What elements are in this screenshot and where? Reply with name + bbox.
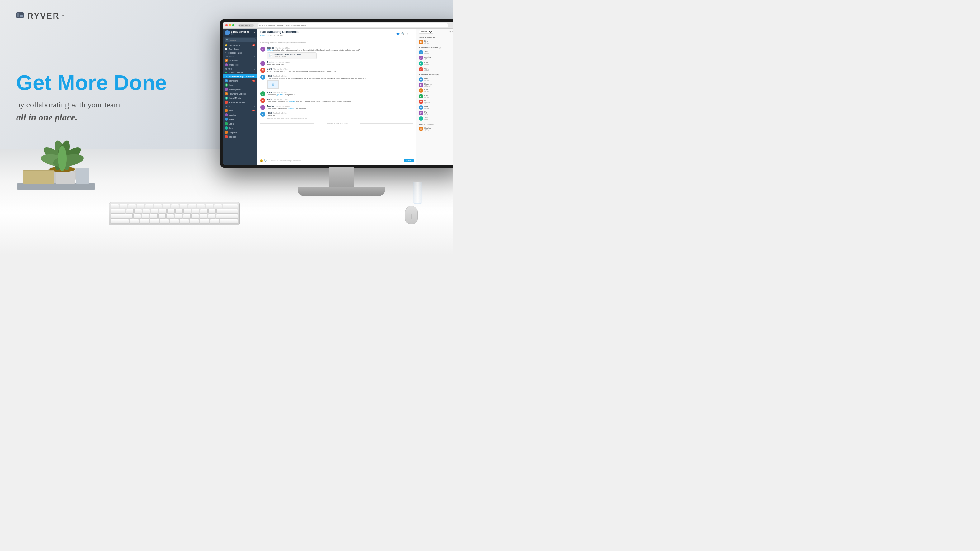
emoji-icon[interactable]: 😊 — [260, 159, 263, 162]
key — [128, 204, 136, 208]
sidebar-item-fallmarketing[interactable]: F Fall Marketing Conference — [223, 74, 257, 78]
roster-member-ken-m[interactable]: K Ken @Ken — [419, 94, 453, 99]
keyboard — [109, 202, 240, 225]
online-indicator — [225, 71, 227, 73]
roster-filter-select[interactable]: Roster — [419, 30, 433, 33]
people-toggle[interactable]: + — [254, 106, 255, 108]
chat-title: Fall Marketing Conference — [260, 30, 299, 33]
roster-panel: Roster ⚙ + ⋮ TEAM ADMINS (1) ▲ — [416, 29, 453, 165]
tab-tasks[interactable]: TASKS — [277, 35, 283, 37]
system-message: New logo has been added to the 'Slidesho… — [267, 118, 413, 119]
davidn-roster-info: David N. @DavidN — [425, 83, 432, 87]
send-button[interactable]: Send — [404, 159, 414, 162]
sidebar-allhands-label: All Hands — [229, 59, 255, 62]
sidebar-search[interactable]: 🔍 Search — [224, 38, 256, 42]
kyle-roster-handle: @Kyle — [425, 42, 429, 44]
key — [214, 204, 222, 208]
roster-settings-icon[interactable]: ⚙ — [449, 30, 451, 33]
sidebar-item-david[interactable]: David — [223, 117, 257, 121]
sidebar-item-jessica[interactable]: Jessica — [223, 113, 257, 117]
teams-toggle[interactable]: + — [254, 68, 255, 70]
chat-messages: Chat is only visible to Fall Marketing C… — [257, 39, 416, 156]
sidebar-socialmedia-label: Social Media — [229, 97, 255, 99]
roster-member-john[interactable]: J John @John — [419, 49, 453, 55]
file-attachment-1[interactable]: 📄 Conference Promo Bio v1.0.docx 9/6/201… — [267, 52, 317, 59]
sidebar-item-stephen[interactable]: Stephen — [223, 130, 257, 135]
roster-member-stephen[interactable]: S Stephen @Stephen — [419, 126, 453, 132]
roster-member-joel[interactable]: J Joel @Joel — [419, 66, 453, 72]
browser-tab[interactable]: Ryver - demou — [238, 24, 254, 27]
roster-member-pat[interactable]: P Pat @Pat — [419, 110, 453, 116]
roster-members-header: JOINED MEMBERS (8) ▲ — [419, 74, 453, 76]
roster-member-nick[interactable]: N Nick @Nick — [419, 105, 453, 110]
jessica-msg-avatar-2: J — [260, 61, 265, 66]
expand-icon[interactable]: ⤢ — [406, 32, 409, 35]
members-icon[interactable]: 👥 — [396, 32, 399, 35]
logo-container: RYVER™ — [16, 11, 65, 21]
chrome-maximize-btn[interactable] — [232, 24, 234, 26]
jessica-msg-text-1: @Maria Attached below is the company bio… — [267, 49, 413, 52]
sidebar-item-allhands[interactable]: A All Hands — [223, 58, 257, 63]
sidebar-item-personaltasks[interactable]: ✓ Personal Tasks — [223, 51, 257, 54]
sidebar-item-taskstream[interactable]: 📋 Task Stream — [223, 47, 257, 51]
sidebar-item-townsend[interactable]: T Townsend Exports — [223, 92, 257, 96]
roster-member-ken[interactable]: K Ken @Ken — [419, 61, 453, 66]
john-avatar — [225, 122, 228, 125]
roster-member-maria[interactable]: M Maria @Maria — [419, 99, 453, 105]
forums-toggle[interactable]: + — [254, 56, 255, 57]
sidebar-item-notifications[interactable]: 🔔 Notifications 1 — [223, 43, 257, 47]
sales-icon: S — [225, 83, 228, 87]
sidebar-item-customerservice[interactable]: C Customer Service — [223, 100, 257, 105]
roster-member-jessica[interactable]: J Jessica @Jessica — [419, 55, 453, 61]
org-name: Simply Marketing — [231, 31, 253, 33]
teams-label: TEAMS — [225, 68, 232, 70]
browser-address-bar[interactable]: https://demou.ryver.com/index.html#/team… — [258, 23, 449, 27]
roster-member-davidn[interactable]: D David N. @DavidN — [419, 82, 453, 88]
roster-member-ted[interactable]: T Ted @Ted — [419, 116, 453, 121]
sidebar-item-sales[interactable]: S Sales — [223, 83, 257, 87]
monitor-stand-neck — [329, 167, 354, 188]
tab-chat[interactable]: CHAT — [260, 35, 265, 37]
sidebar-item-ken[interactable]: Ken — [223, 126, 257, 130]
logo-tm: ™ — [62, 14, 65, 18]
maria-roster-avatar: M — [419, 100, 423, 104]
image-attachment[interactable]: 🖼 — [267, 80, 279, 89]
roster-member-kyle[interactable]: K Kyle @Kyle — [419, 39, 453, 45]
sidebar-item-marketing[interactable]: M Marketing 1 — [223, 78, 257, 83]
sidebar-item-development[interactable]: D Development — [223, 87, 257, 92]
john-roster-info: John @John — [425, 51, 430, 54]
sidebar-item-socialmedia[interactable]: S Social Media — [223, 96, 257, 100]
search-chat-icon[interactable]: 🔍 — [401, 32, 404, 35]
more-options-icon[interactable]: ⋮ — [410, 32, 413, 35]
fallmarketing-icon: F — [225, 75, 228, 78]
sidebar-item-starthere[interactable]: S Start Here — [223, 63, 257, 67]
jessica-msg-avatar-3: J — [260, 105, 265, 110]
sidebar-jessica-label: Jessica — [229, 114, 255, 116]
key — [130, 219, 139, 224]
ted-roster-handle: @Ted — [425, 119, 428, 121]
message-input[interactable]: Message Fall Marketing Conference — [269, 158, 402, 164]
attachment-icon[interactable]: 📎 — [264, 159, 267, 162]
sidebar-collapse-icon[interactable]: ▾ — [254, 32, 255, 34]
jessica-msg-content: Jessica Thu Sep 6 at 1:44pm @Maria Attac… — [267, 47, 413, 59]
nick-roster-handle: @Nick — [425, 107, 429, 109]
key-shift-l — [111, 219, 129, 224]
john-roster-avatar: J — [419, 50, 423, 54]
roster-member-fons[interactable]: F Fons @Fons — [419, 88, 453, 94]
tab-topics[interactable]: TOPICS — [268, 35, 275, 37]
fons-msg-avatar-2: F — [260, 112, 265, 117]
chrome-minimize-btn[interactable] — [229, 24, 231, 26]
sidebar-org-header[interactable]: Simply Marketing @John ▾ — [223, 29, 257, 37]
chrome-close-btn[interactable] — [226, 24, 228, 26]
fons-msg-author: Fons — [267, 75, 272, 77]
key-tab — [111, 209, 126, 213]
app-body: Simply Marketing @John ▾ 🔍 Search 🔔 Noti… — [223, 29, 453, 165]
sidebar-item-kyle[interactable]: Kyle 1 — [223, 108, 257, 113]
roster-member-david[interactable]: D David @David — [419, 76, 453, 82]
roster-add-icon[interactable]: + — [452, 30, 453, 33]
sidebar-item-melissa[interactable]: Melissa — [223, 135, 257, 139]
sidebar-kyle-label: Kyle — [229, 110, 251, 112]
sidebar-item-johnston[interactable]: Johnston Homes — [223, 71, 257, 74]
sidebar-item-john[interactable]: John — [223, 121, 257, 126]
logo-text: RYVER — [27, 11, 60, 21]
